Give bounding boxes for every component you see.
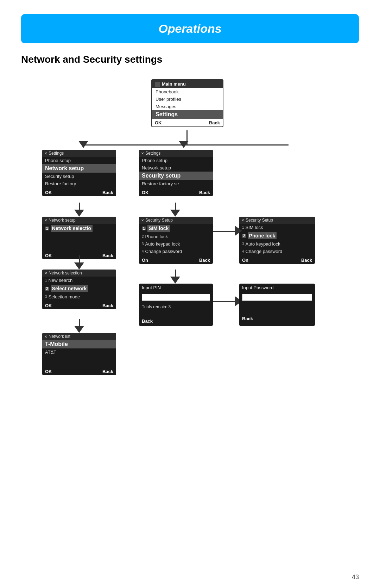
network-selection-screen: ✕ Network selection 1 New search 2 Selec… xyxy=(42,270,116,309)
item-number: 1 xyxy=(242,225,244,229)
list-item: 3 Auto keypad lock xyxy=(239,240,315,248)
ok-button: OK xyxy=(155,120,162,125)
arrow-down xyxy=(170,277,180,284)
security-setup-title: Security Setup xyxy=(246,218,273,223)
list-item-active: Settings xyxy=(152,110,223,119)
list-item: 1 SIM lock xyxy=(239,224,315,231)
back-label: Back xyxy=(301,258,312,263)
connector-line xyxy=(79,203,80,211)
list-item-highlighted: T-Mobile xyxy=(42,340,116,348)
list-item: Phone setup xyxy=(42,157,116,164)
back-label: Back xyxy=(102,303,113,308)
ok-label: OK xyxy=(45,253,52,258)
list-item: AT&T xyxy=(42,348,116,356)
input-pin-screen: Input PIN Trials remain: 3 Back xyxy=(139,284,213,326)
item-number: 4 xyxy=(142,249,144,253)
list-item: Restore factory xyxy=(42,180,116,187)
item-number: 2 xyxy=(142,235,144,239)
page-title: Operations xyxy=(21,22,359,36)
item-number: 3 xyxy=(242,242,244,246)
signal-icon: ✕ xyxy=(141,151,144,155)
list-item: 2 Phone lock xyxy=(139,233,213,240)
ok-label: OK xyxy=(142,190,149,195)
back-label: Back xyxy=(142,318,153,324)
list-item: 1 Network selectio xyxy=(42,224,116,233)
list-item: Phone setup xyxy=(139,157,213,164)
back-label: Back xyxy=(102,253,113,258)
settings-left-screen: ✕ Settings Phone setup Network setup Sec… xyxy=(42,150,116,196)
list-item-highlighted: 1 SIM lock xyxy=(139,224,213,233)
list-item-highlighted: Network setup xyxy=(42,164,116,173)
sim-lock-item: SIM lock xyxy=(147,225,170,232)
item-number: 1 xyxy=(45,227,49,230)
back-label: Back xyxy=(242,316,253,321)
back-label: Back xyxy=(102,369,113,374)
signal-icon: ✕ xyxy=(141,218,144,222)
main-menu-screen: Main menu Phonebook User profiles Messag… xyxy=(151,79,223,127)
list-item: Restore factory se xyxy=(139,180,213,187)
security-setup-right-screen: ✕ Security Setup 1 SIM lock 2 Phone lock… xyxy=(239,217,315,264)
list-item-highlighted: Security setup xyxy=(139,172,213,180)
header-bar: Operations xyxy=(21,14,359,43)
on-label: On xyxy=(242,258,248,263)
back-label: Back xyxy=(199,190,210,195)
item-number: 2 xyxy=(45,287,49,291)
list-item: 1 New search xyxy=(42,277,116,284)
signal-icon: ✕ xyxy=(44,218,47,222)
back-label: Back xyxy=(102,190,113,195)
item-number: 1 xyxy=(45,278,47,282)
signal-icon: ✕ xyxy=(44,335,47,339)
list-item: Messages xyxy=(152,103,223,110)
settings-title: Settings xyxy=(145,151,160,156)
connector-line xyxy=(175,203,176,211)
item-number: 2 xyxy=(242,234,246,238)
network-selection-title: Network selection xyxy=(49,271,82,276)
list-item: 3 Selection mode xyxy=(42,293,116,301)
ok-label: OK xyxy=(45,190,52,195)
arrow-down xyxy=(74,326,84,333)
page-number: 43 xyxy=(352,574,359,581)
section-title: Network and Security settings xyxy=(21,54,359,65)
input-password-title: Input Password xyxy=(239,284,315,292)
ok-label: OK xyxy=(45,369,52,374)
password-input-field xyxy=(242,294,312,301)
signal-icon: ✕ xyxy=(44,151,47,155)
list-item: User profiles xyxy=(152,95,223,103)
phone-lock-item: Phone lock xyxy=(248,232,277,239)
list-item: Network setup xyxy=(139,164,213,172)
main-menu-title: Main menu xyxy=(162,81,186,87)
settings-title: Settings xyxy=(49,151,64,156)
trials-text: Trials remain: 3 xyxy=(139,303,213,311)
connector-line xyxy=(186,144,289,146)
arrow-down xyxy=(179,141,189,148)
settings-right-screen: ✕ Settings Phone setup Network setup Sec… xyxy=(139,150,213,196)
pin-input-field xyxy=(142,294,210,301)
back-label: Back xyxy=(199,258,210,263)
arrow-down xyxy=(74,262,84,270)
input-password-screen: Input Password Back xyxy=(239,284,315,326)
list-item-highlighted: 2 Phone lock xyxy=(239,231,315,240)
list-item: 4 Change password xyxy=(239,248,315,255)
arrow-right xyxy=(235,226,242,236)
signal-icon: ✕ xyxy=(44,271,47,275)
list-item: 3 Auto keypad lock xyxy=(139,240,213,248)
security-setup-title: Security Setup xyxy=(145,218,173,223)
network-selection-item: Network selectio xyxy=(51,225,93,232)
ok-label: OK xyxy=(45,303,52,308)
back-button: Back xyxy=(209,120,220,125)
list-item: 4 Change password xyxy=(139,248,213,255)
network-list-screen: ✕ Network list T-Mobile AT&T OK Back xyxy=(42,333,116,375)
menu-icon xyxy=(155,82,160,87)
signal-icon: ✕ xyxy=(241,218,244,222)
diagram: Main menu Phonebook User profiles Messag… xyxy=(21,79,359,520)
item-number: 3 xyxy=(142,242,144,246)
network-setup-screen: ✕ Network setup 1 Network selectio OK Ba… xyxy=(42,217,116,259)
security-setup-left-screen: ✕ Security Setup 1 SIM lock 2 Phone lock… xyxy=(139,217,213,264)
network-list-title: Network list xyxy=(49,334,70,339)
input-pin-title: Input PIN xyxy=(139,284,213,292)
network-setup-title: Network setup xyxy=(49,218,76,223)
arrow-down xyxy=(78,141,88,148)
connector-line xyxy=(83,144,188,146)
list-item: Security setup xyxy=(42,173,116,180)
item-number: 4 xyxy=(242,249,244,253)
